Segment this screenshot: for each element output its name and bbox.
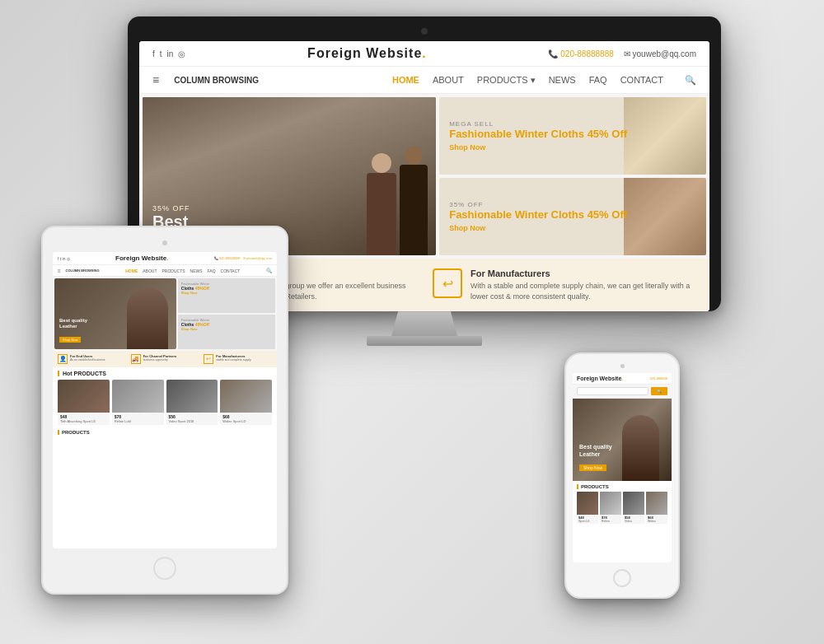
phone-product-1-img bbox=[577, 492, 598, 515]
phone-hero-figure bbox=[622, 415, 659, 481]
tablet-hero-card-1: Fashionable Winter Cloths 45%Off Shop No… bbox=[178, 278, 275, 313]
tablet-end-users-icon: 👤 bbox=[58, 354, 68, 364]
tablet-manufacturers-text: For Manufacturersstable and complete sup… bbox=[216, 354, 250, 362]
phone-product-2-info: $78 Reline bbox=[600, 515, 621, 524]
nav-item-news[interactable]: NEWS bbox=[549, 75, 576, 85]
phone-product-2-name: Reline bbox=[602, 520, 620, 523]
phone-product-2[interactable]: $78 Reline bbox=[600, 492, 621, 524]
tablet-product-3[interactable]: $58 Video Sport 2018 bbox=[166, 380, 218, 425]
phone-number: 📞 020-88888888 bbox=[548, 49, 613, 58]
site-nav: ≡ COLUMN BROWSING HOME ABOUT PRODUCTS ▾ … bbox=[139, 67, 709, 94]
phone-product-4-info: $68 Wideo bbox=[646, 515, 667, 524]
phone-product-4-name: Wideo bbox=[648, 520, 666, 523]
nav-item-home[interactable]: HOME bbox=[392, 75, 419, 85]
phone-hero-badge: Best qualityLeather Shop Now bbox=[579, 444, 612, 473]
tablet-manufacturers-icon: ↩ bbox=[204, 354, 213, 364]
site-topbar: f t in ◎ Foreign Website. 📞 020-88888888… bbox=[139, 41, 709, 67]
hero-card-1-title: Fashionable Winter Cloths 45% Off bbox=[449, 128, 627, 141]
phone-search-button[interactable]: 🔍 bbox=[651, 387, 667, 395]
phone-home-button[interactable] bbox=[613, 569, 631, 587]
nav-column-label[interactable]: COLUMN BROWSING bbox=[174, 76, 259, 85]
phone-products-grid: $48 Sport LE $78 Reline bbox=[577, 492, 667, 524]
person-1-body bbox=[367, 173, 396, 255]
return-icon: ↩ bbox=[433, 268, 462, 298]
phone-frame: Foreign Website. 020-888888 🔍 Best quali… bbox=[564, 352, 680, 599]
tablet-product-2-img bbox=[112, 380, 164, 413]
tablet: f t in ◎ Foreign Website. 📞 020-88888888… bbox=[41, 226, 288, 595]
phone-product-1[interactable]: $48 Sport LE bbox=[577, 492, 598, 524]
person-2 bbox=[400, 147, 428, 255]
phone-products: PRODUCTS $48 Sport LE $78 bbox=[573, 481, 672, 527]
phone-product-1-info: $48 Sport LE bbox=[577, 515, 598, 524]
tablet-product-3-img bbox=[166, 380, 218, 413]
tablet-product-1[interactable]: $48 Toth Absorbing Sport LE bbox=[58, 380, 110, 425]
tablet-benefit-channel: 🚚 For Channel Partnersbusiness opprtunit… bbox=[131, 354, 199, 364]
phone-product-3[interactable]: $58 Video bbox=[623, 492, 644, 524]
tablet-benefit-end-users: 👤 For End UsersAs an established busines… bbox=[58, 354, 126, 364]
phone-product-4[interactable]: $68 Wideo bbox=[646, 492, 667, 524]
person-2-head bbox=[405, 147, 423, 165]
hero-card-1-shop-link[interactable]: Shop Now bbox=[449, 143, 627, 152]
linkedin-icon[interactable]: in bbox=[167, 49, 174, 58]
tablet-product-1-img bbox=[58, 380, 110, 413]
tablet-hero-shop-btn[interactable]: Shop Now bbox=[59, 337, 81, 343]
hero-card-2-text: 35% OFF Fashionable Winter Cloths 45% Of… bbox=[449, 201, 627, 232]
phone-topbar: Foreign Website. 020-888888 bbox=[573, 373, 672, 385]
tablet-topbar: f t in ◎ Foreign Website. 📞 020-88888888… bbox=[53, 252, 277, 265]
tablet-nav-about[interactable]: ABOUT bbox=[143, 268, 157, 273]
tablet-product-4[interactable]: $68 Wideo Sport LD bbox=[220, 380, 272, 425]
tablet-hero-badge: Best qualityLeather Shop Now bbox=[59, 318, 87, 344]
tablet-end-users-text: For End UsersAs an established business bbox=[70, 354, 105, 362]
nav-item-products[interactable]: PRODUCTS ▾ bbox=[477, 75, 536, 86]
phone-product-4-img bbox=[646, 492, 667, 515]
tablet-nav-home[interactable]: HOME bbox=[125, 268, 138, 273]
monitor-base bbox=[367, 336, 482, 346]
search-icon[interactable]: 🔍 bbox=[685, 75, 696, 86]
tablet-product-4-name: Wideo Sport LD bbox=[222, 419, 269, 423]
facebook-icon[interactable]: f bbox=[152, 49, 155, 58]
twitter-icon[interactable]: t bbox=[160, 49, 162, 58]
instagram-icon[interactable]: ◎ bbox=[178, 49, 185, 58]
person-1-head bbox=[372, 153, 391, 173]
benefit-manufacturers-desc: With a stable and complete supply chain,… bbox=[471, 281, 693, 301]
nav-item-contact[interactable]: CONTACT bbox=[620, 75, 663, 85]
hero-card-2-shop-link[interactable]: Shop Now bbox=[449, 224, 627, 232]
tablet-hero-figure bbox=[127, 287, 168, 349]
tablet-product-1-name: Toth Absorbing Sport LE bbox=[60, 419, 107, 423]
hero-discount-label: 35% OFF bbox=[152, 204, 190, 212]
tablet-nav-news[interactable]: NEWS bbox=[190, 268, 203, 273]
tablet-hero-card-2-shop[interactable]: Shop Now bbox=[181, 327, 272, 331]
tablet-nav: ≡ COLUMN BROWSING HOME ABOUT PRODUCTS NE… bbox=[53, 265, 277, 277]
tablet-nav-products[interactable]: PRODUCTS bbox=[162, 268, 185, 273]
tablet-camera bbox=[162, 240, 167, 245]
tablet-brand: Foreign Website. bbox=[115, 254, 168, 262]
tablet-benefit-manufacturers: ↩ For Manufacturersstable and complete s… bbox=[204, 354, 272, 364]
tablet-frame: f t in ◎ Foreign Website. 📞 020-88888888… bbox=[41, 226, 288, 595]
phone-product-1-name: Sport LE bbox=[578, 520, 597, 523]
site-brand[interactable]: Foreign Website. bbox=[307, 46, 427, 61]
monitor-camera bbox=[421, 28, 428, 35]
benefit-manufacturers-text: For Manufacturers With a stable and comp… bbox=[471, 268, 693, 301]
tablet-hero-right: Fashionable Winter Cloths 45%Off Shop No… bbox=[178, 278, 275, 349]
tablet-home-button[interactable] bbox=[153, 557, 176, 580]
phone-products-title: PRODUCTS bbox=[577, 484, 667, 489]
benefit-manufacturers: ↩ For Manufacturers With a stable and co… bbox=[433, 268, 693, 301]
phone-hero-shop-btn[interactable]: Shop Now bbox=[579, 464, 606, 471]
scene: f t in ◎ Foreign Website. 📞 020-88888888… bbox=[0, 0, 824, 644]
nav-item-about[interactable]: ABOUT bbox=[433, 75, 464, 85]
tablet-product-3-info: $58 Video Sport 2018 bbox=[166, 413, 218, 425]
tablet-product-2[interactable]: $78 Reline Lold bbox=[112, 380, 164, 425]
tablet-nav-contact[interactable]: CONTACT bbox=[221, 268, 241, 273]
hamburger-icon[interactable]: ≡ bbox=[152, 73, 159, 86]
phone-search-bar: 🔍 bbox=[573, 385, 672, 399]
topbar-contact: 📞 020-88888888 ✉ youweb@qq.com bbox=[548, 49, 696, 58]
phone-search-input[interactable] bbox=[577, 387, 648, 395]
phone: Foreign Website. 020-888888 🔍 Best quali… bbox=[564, 352, 680, 599]
person-2-body bbox=[400, 165, 428, 255]
tablet-hero-card-1-shop[interactable]: Shop Now bbox=[181, 291, 272, 295]
phone-product-3-img bbox=[623, 492, 644, 515]
email-address: ✉ youweb@qq.com bbox=[624, 49, 696, 58]
nav-item-faq[interactable]: FAQ bbox=[589, 75, 607, 85]
phone-hero: Best qualityLeather Shop Now bbox=[573, 399, 672, 481]
tablet-nav-faq[interactable]: FAQ bbox=[208, 268, 216, 273]
